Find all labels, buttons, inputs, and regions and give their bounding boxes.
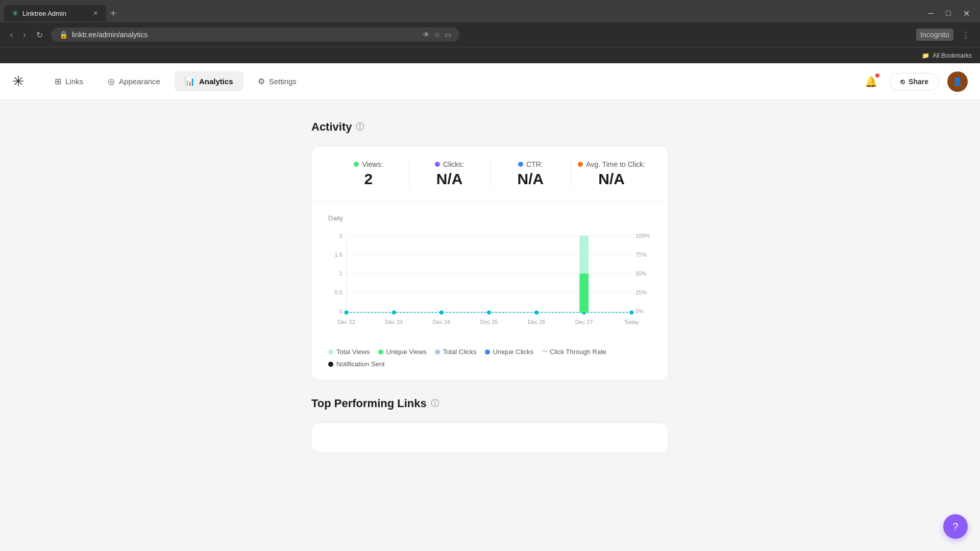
activity-help-icon[interactable]: ⓘ [356, 122, 364, 133]
legend-total-views: Total Views [328, 347, 370, 356]
chart-daily-label: Daily [328, 214, 652, 222]
refresh-button[interactable]: ↻ [34, 28, 45, 42]
window-controls: ─ □ ✕ [924, 7, 980, 20]
metric-ctr: CTR: N/A [491, 160, 571, 188]
svg-text:Dec 24: Dec 24 [433, 319, 450, 325]
address-bar-icons: 👁 ☆ ▭ [423, 31, 451, 39]
legend-notification-dot [328, 362, 333, 367]
address-bar-row: ‹ › ↻ 🔒 linktr.ee/admin/analytics 👁 ☆ ▭ … [0, 22, 980, 47]
nav-settings[interactable]: ⚙ Settings [248, 71, 307, 91]
clicks-label-row: Clicks: [435, 160, 464, 168]
metric-clicks: Clicks: N/A [409, 160, 490, 188]
svg-text:1.5: 1.5 [335, 252, 342, 258]
bookmarks-label[interactable]: All Bookmarks [933, 52, 972, 59]
star-icon[interactable]: ☆ [434, 31, 440, 39]
svg-text:0.5: 0.5 [335, 289, 342, 295]
bar-unique-views [579, 273, 589, 312]
nav-links-label: Links [65, 77, 83, 86]
share-button[interactable]: ⎋ Share [890, 73, 939, 90]
bookmarks-folder-icon: 📁 [922, 52, 929, 59]
ctr-label-row: CTR: [518, 160, 543, 168]
clicks-dot [435, 162, 440, 167]
app-container: ✳ ⊞ Links ◎ Appearance 📊 Analytics ⚙ Set… [0, 63, 980, 551]
more-options-button[interactable]: ⋮ [960, 28, 972, 42]
forward-button[interactable]: › [21, 28, 28, 41]
activity-title-text: Activity [311, 120, 352, 134]
back-button[interactable]: ‹ [8, 28, 15, 41]
legend-unique-clicks-dot [485, 349, 490, 355]
svg-text:2: 2 [339, 233, 342, 239]
new-tab-button[interactable]: + [106, 8, 120, 19]
svg-point-25 [345, 311, 349, 315]
incognito-button[interactable]: Incognito [916, 29, 953, 41]
nav-links[interactable]: ⊞ Links [44, 71, 93, 91]
svg-text:Dec 22: Dec 22 [337, 319, 355, 325]
metric-avg-time: Avg. Time to Click: N/A [571, 160, 652, 188]
legend-unique-clicks: Unique Clicks [485, 347, 533, 356]
browser-extras: Incognito ⋮ [916, 28, 972, 42]
nav-items: ⊞ Links ◎ Appearance 📊 Analytics ⚙ Setti… [44, 71, 307, 91]
top-links-help-icon[interactable]: ⓘ [431, 398, 439, 409]
content-wrapper: Activity ⓘ Views: 2 [311, 120, 669, 531]
url-display: linktr.ee/admin/analytics [72, 31, 419, 39]
legend-total-clicks: Total Clicks [435, 347, 477, 356]
maximize-button[interactable]: □ [942, 7, 955, 20]
legend-total-views-label: Total Views [336, 348, 370, 356]
tab-close-button[interactable]: ✕ [93, 10, 98, 17]
chart-area: Daily 2 1.5 [312, 202, 668, 380]
top-links-card [311, 422, 669, 453]
svg-point-26 [392, 311, 396, 315]
svg-point-28 [487, 311, 491, 315]
legend-unique-views-dot [378, 349, 383, 355]
settings-icon: ⚙ [258, 77, 265, 86]
lock-icon: 🔒 [59, 31, 68, 39]
metric-views: Views: 2 [328, 160, 409, 188]
legend-notification-label: Notification Sent [336, 360, 385, 368]
legend-notification-sent: Notification Sent [328, 360, 385, 368]
svg-text:100%: 100% [635, 233, 650, 239]
appearance-icon: ◎ [108, 77, 115, 86]
legend-unique-views: Unique Views [378, 347, 427, 356]
avatar-image: 👤 [952, 77, 963, 86]
sidebar-icon[interactable]: ▭ [445, 31, 451, 39]
clicks-label: Clicks: [443, 160, 464, 168]
views-label-row: Views: [354, 160, 383, 168]
avatar[interactable]: 👤 [947, 71, 968, 92]
analytics-icon: 📊 [185, 77, 195, 86]
links-icon: ⊞ [55, 77, 61, 86]
svg-text:Dec 23: Dec 23 [385, 319, 403, 325]
eye-off-icon: 👁 [423, 31, 430, 39]
top-links-title-text: Top Performing Links [311, 397, 427, 410]
legend-ctr-label: Click Through Rate [550, 348, 606, 356]
ctr-label: CTR: [526, 160, 543, 168]
legend-row-2: Notification Sent [328, 360, 652, 368]
activity-card: Views: 2 Clicks: N/A [311, 146, 669, 381]
svg-text:1: 1 [339, 270, 342, 277]
activity-section-title: Activity ⓘ [311, 120, 669, 134]
svg-point-27 [439, 311, 444, 315]
tab-bar: ✳ Linktree Admin ✕ + ─ □ ✕ [0, 0, 980, 22]
nav-appearance[interactable]: ◎ Appearance [97, 71, 170, 91]
views-value: 2 [364, 170, 373, 188]
help-fab-button[interactable]: ? [943, 514, 968, 539]
svg-text:Dec 25: Dec 25 [480, 319, 498, 325]
nav-appearance-label: Appearance [119, 77, 160, 86]
nav-analytics[interactable]: 📊 Analytics [175, 71, 243, 91]
nav-analytics-label: Analytics [199, 77, 233, 86]
notifications-button[interactable]: 🔔 [861, 71, 881, 92]
minimize-button[interactable]: ─ [924, 7, 938, 20]
avg-time-dot [578, 162, 583, 167]
logo[interactable]: ✳ [12, 73, 24, 90]
legend-unique-views-label: Unique Views [386, 348, 427, 356]
top-nav: ✳ ⊞ Links ◎ Appearance 📊 Analytics ⚙ Set… [0, 63, 980, 100]
close-window-button[interactable]: ✕ [959, 7, 974, 20]
svg-text:Today: Today [624, 319, 640, 325]
notification-dot [875, 73, 879, 78]
views-label: Views: [362, 160, 383, 168]
legend-ctr-icon: 〜 [542, 347, 548, 356]
legend-total-clicks-label: Total Clicks [443, 348, 477, 356]
active-tab[interactable]: ✳ Linktree Admin ✕ [4, 5, 106, 21]
address-bar[interactable]: 🔒 linktr.ee/admin/analytics 👁 ☆ ▭ [51, 28, 459, 42]
help-fab-icon: ? [952, 521, 958, 533]
legend-row: Total Views Unique Views Total Clicks [328, 347, 652, 356]
